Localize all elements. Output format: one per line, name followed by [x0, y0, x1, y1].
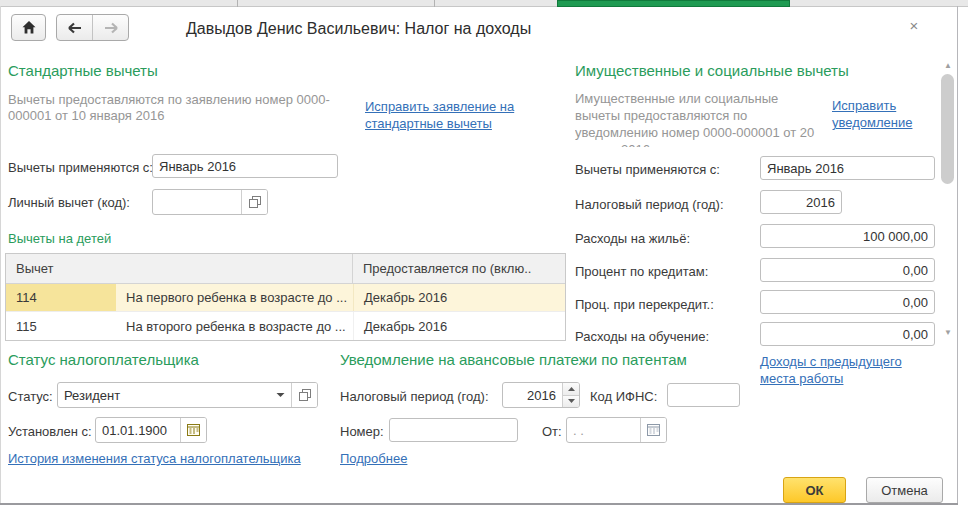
applied-from-input[interactable] — [152, 154, 338, 178]
spinner-up-icon — [568, 387, 575, 391]
column-header-provided-until[interactable]: Предоставляется по (вклю.. — [353, 261, 565, 276]
deduction-code-cell[interactable]: 114 — [6, 284, 116, 311]
tab-divider — [434, 0, 435, 7]
pd-tax-period-input[interactable] — [760, 190, 842, 214]
loan-interest-input[interactable] — [760, 258, 935, 282]
choose-icon — [299, 389, 311, 401]
close-icon[interactable]: × — [903, 14, 925, 36]
home-button[interactable] — [11, 14, 46, 41]
ok-button[interactable]: ОК — [783, 477, 846, 503]
scrollbar-up-button[interactable]: ▲ — [942, 60, 954, 70]
fix-application-link[interactable]: Исправить заявление на стандартные вычет… — [365, 98, 540, 132]
applied-from-label: Вычеты применяются с: — [8, 160, 153, 175]
top-tab-strip — [0, 0, 968, 7]
calendar-icon — [187, 424, 200, 436]
tab-divider — [237, 0, 238, 7]
set-from-input[interactable] — [96, 418, 180, 442]
children-deductions-table: Вычет Предоставляется по (вклю.. 114 На … — [5, 253, 566, 341]
status-field — [57, 382, 318, 408]
table-header-row: Вычет Предоставляется по (вклю.. — [6, 254, 565, 284]
choose-button[interactable] — [242, 190, 267, 214]
refinance-interest-input[interactable] — [760, 290, 935, 314]
patent-period-input[interactable] — [503, 383, 562, 407]
calendar-icon — [647, 424, 660, 436]
personal-deduction-label: Личный вычет (код): — [8, 195, 130, 210]
patent-notification-header: Уведомление на авансовые платежи по пате… — [340, 351, 687, 368]
window-title: Давыдов Денис Васильевич: Налог на доход… — [186, 20, 531, 38]
period-spinner — [562, 383, 579, 407]
pd-applied-from-label: Вычеты применяются с: — [575, 162, 720, 177]
housing-expenses-input[interactable] — [760, 224, 935, 248]
set-from-field — [95, 417, 207, 443]
standard-deductions-description: Вычеты предоставляются по заявлению номе… — [8, 92, 348, 124]
notification-date-calendar-button[interactable] — [641, 418, 666, 442]
details-link[interactable]: Подробнее — [340, 450, 407, 467]
deduction-name-cell[interactable]: На второго ребенка в возрасте до ... — [116, 312, 353, 340]
table-row[interactable]: 114 На первого ребенка в возрасте до ...… — [6, 284, 565, 312]
scrollbar-thumb[interactable] — [941, 74, 954, 184]
back-button[interactable] — [57, 15, 92, 40]
active-tab-indicator[interactable] — [557, 0, 790, 7]
property-deductions-description: Имущественные или социальные вычеты пред… — [575, 90, 827, 147]
column-header-deduction[interactable]: Вычет — [6, 254, 353, 283]
personal-deduction-field — [152, 189, 268, 215]
back-arrow-icon — [67, 22, 83, 34]
deduction-name-cell[interactable]: На первого ребенка в возрасте до ... — [116, 284, 353, 311]
standard-deductions-header: Стандартные вычеты — [8, 62, 158, 79]
ifns-code-label: Код ИФНС: — [590, 389, 657, 404]
personal-deduction-input[interactable] — [153, 190, 241, 214]
deduction-until-cell[interactable]: Декабрь 2016 — [353, 312, 565, 340]
ifns-code-input[interactable] — [667, 383, 740, 407]
window-right-edge — [957, 6, 958, 504]
status-label: Статус: — [8, 389, 53, 404]
notification-number-label: Номер: — [340, 424, 384, 439]
housing-expenses-label: Расходы на жильё: — [575, 231, 690, 246]
cancel-button[interactable]: Отмена — [866, 477, 943, 503]
notification-date-label: От: — [542, 424, 562, 439]
patent-period-label: Налоговый период (год): — [340, 389, 489, 404]
income-tax-dialog: Давыдов Денис Васильевич: Налог на доход… — [0, 0, 968, 509]
fix-notification-link[interactable]: Исправить уведомление — [832, 97, 937, 131]
spinner-down-icon — [568, 399, 575, 403]
children-deductions-header: Вычеты на детей — [8, 231, 111, 246]
set-from-calendar-button[interactable] — [181, 418, 206, 442]
previous-income-link[interactable]: Доходы с предыдущего места работы — [760, 353, 940, 387]
notification-date-field — [566, 417, 667, 443]
deduction-until-cell[interactable]: Декабрь 2016 — [353, 284, 565, 311]
status-input[interactable] — [58, 383, 269, 407]
scrollbar-down-button[interactable]: ▼ — [942, 327, 954, 337]
spinner-down-button[interactable] — [563, 395, 579, 408]
window-bottom-edge — [0, 503, 958, 505]
forward-button[interactable] — [92, 15, 128, 40]
status-choose-button[interactable] — [292, 383, 317, 407]
window-left-edge — [0, 6, 1, 504]
patent-period-field — [502, 382, 580, 408]
choose-icon — [249, 196, 261, 208]
property-deductions-header: Имущественные и социальные вычеты — [575, 62, 849, 79]
loan-interest-label: Процент по кредитам: — [575, 264, 708, 279]
history-nav-group — [56, 14, 129, 41]
notification-number-input[interactable] — [389, 418, 518, 442]
chevron-down-icon — [276, 392, 285, 398]
status-dropdown-button[interactable] — [269, 383, 291, 407]
deduction-code-cell[interactable]: 115 — [6, 312, 116, 340]
education-expenses-label: Расходы на обучение: — [575, 329, 709, 344]
set-from-label: Установлен с: — [8, 424, 92, 439]
education-expenses-input[interactable] — [760, 322, 935, 346]
home-icon — [22, 21, 36, 34]
notification-date-input[interactable] — [567, 418, 640, 442]
pd-tax-period-label: Налоговый период (год): — [575, 197, 724, 212]
refinance-interest-label: Проц. при перекредит.: — [575, 297, 714, 312]
status-history-link[interactable]: История изменения статуса налогоплательщ… — [8, 450, 301, 467]
forward-arrow-icon — [103, 22, 119, 34]
taxpayer-status-header: Статус налогоплательщика — [8, 351, 199, 368]
table-row[interactable]: 115 На второго ребенка в возрасте до ...… — [6, 312, 565, 340]
pd-applied-from-input[interactable] — [760, 156, 935, 180]
spinner-up-button[interactable] — [563, 383, 579, 395]
